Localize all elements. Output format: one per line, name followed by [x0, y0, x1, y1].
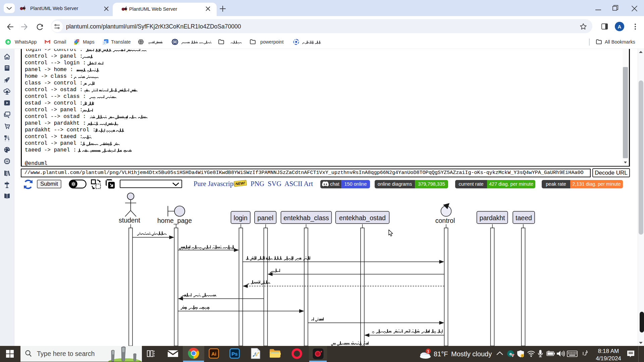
- svg-text:login: login: [234, 214, 248, 222]
- svg-text:home_page: home_page: [157, 217, 192, 225]
- svg-text:entekhab_ostad: entekhab_ostad: [339, 214, 386, 222]
- svg-text:control: control: [435, 217, 455, 224]
- svg-text:taeed: taeed: [516, 214, 532, 222]
- svg-text:e: e: [509, 351, 512, 356]
- svg-text:entekhab_class: entekhab_class: [283, 214, 329, 222]
- svg-text:文: 文: [103, 42, 106, 45]
- svg-text:!: !: [512, 355, 513, 357]
- svg-text:pardakht: pardakht: [480, 214, 505, 222]
- svg-text:student: student: [119, 217, 141, 224]
- svg-text:Ai: Ai: [211, 351, 216, 357]
- svg-text:1: 1: [427, 349, 429, 353]
- svg-text:!: !: [522, 354, 523, 357]
- svg-text:panel: panel: [257, 214, 273, 222]
- svg-text:Ps: Ps: [231, 351, 237, 357]
